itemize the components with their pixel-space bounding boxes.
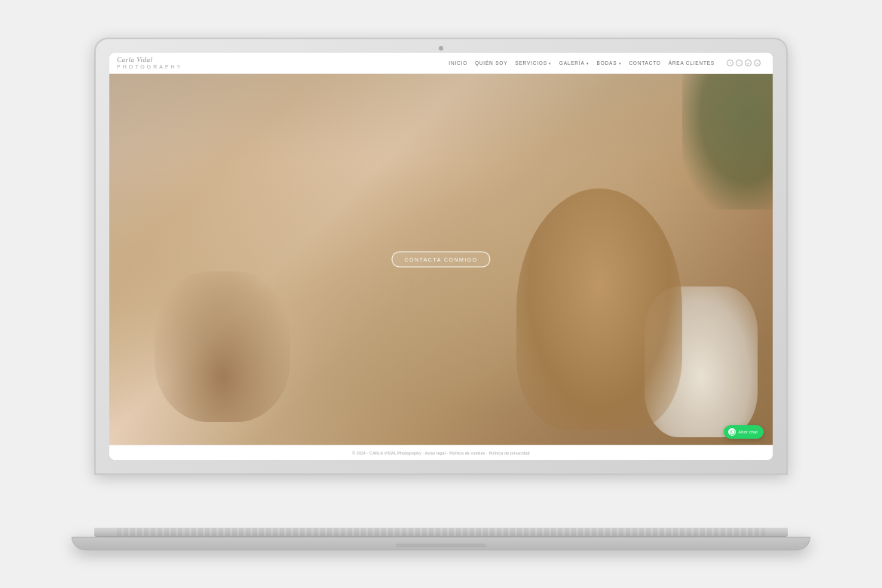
whatsapp-button[interactable]: Abrir chat bbox=[724, 425, 764, 439]
instagram-icon[interactable]: i bbox=[736, 60, 743, 66]
nav-bodas[interactable]: BODAS bbox=[597, 60, 622, 66]
logo-subtitle: PHOTOGRAPHY bbox=[117, 64, 182, 69]
laptop-screen-body: Carla Vidal PHOTOGRAPHY INICIO QUIÉN SOY… bbox=[94, 38, 788, 475]
social-icons: f i p y bbox=[727, 60, 761, 66]
laptop-base bbox=[72, 528, 810, 550]
whatsapp-icon bbox=[728, 428, 736, 436]
toys-area bbox=[155, 271, 290, 422]
nav-quien-soy[interactable]: QUIÉN SOY bbox=[475, 60, 507, 66]
nav-links: INICIO QUIÉN SOY SERVICIOS GALERÍA BODAS… bbox=[449, 60, 761, 66]
background-shelf bbox=[109, 74, 773, 164]
laptop-screen: Carla Vidal PHOTOGRAPHY INICIO QUIÉN SOY… bbox=[109, 53, 773, 460]
nav-galeria[interactable]: GALERÍA bbox=[559, 60, 590, 66]
logo[interactable]: Carla Vidal PHOTOGRAPHY bbox=[117, 57, 182, 69]
christmas-tree bbox=[682, 74, 773, 210]
laptop-container: Carla Vidal PHOTOGRAPHY INICIO QUIÉN SOY… bbox=[64, 38, 818, 550]
nav-inicio[interactable]: INICIO bbox=[449, 60, 467, 66]
facebook-icon[interactable]: f bbox=[727, 60, 733, 66]
keyboard-area bbox=[117, 528, 765, 536]
trackpad bbox=[396, 544, 486, 547]
footer-text: © 2024 · CARLA VIDAL Photography · Aviso… bbox=[352, 451, 530, 455]
laptop-hinge bbox=[94, 528, 788, 537]
hero-section: CONTACTA CONMIGO bbox=[109, 74, 773, 445]
nav-contacto[interactable]: CONTACTO bbox=[629, 60, 660, 66]
laptop-camera bbox=[439, 46, 443, 51]
navbar: Carla Vidal PHOTOGRAPHY INICIO QUIÉN SOY… bbox=[109, 53, 773, 74]
youtube-icon[interactable]: y bbox=[754, 60, 761, 66]
site-footer: © 2024 · CARLA VIDAL Photography · Aviso… bbox=[109, 445, 773, 460]
child-subject bbox=[516, 188, 682, 430]
nav-servicios[interactable]: SERVICIOS bbox=[515, 60, 551, 66]
whatsapp-label: Abrir chat bbox=[738, 430, 758, 434]
pinterest-icon[interactable]: p bbox=[745, 60, 752, 66]
laptop-bottom-plate bbox=[72, 537, 810, 550]
nav-area-clientes[interactable]: ÁREA CLIENTES bbox=[669, 60, 715, 66]
website-content: Carla Vidal PHOTOGRAPHY INICIO QUIÉN SOY… bbox=[109, 53, 773, 460]
logo-name: Carla Vidal bbox=[117, 57, 153, 64]
cta-button[interactable]: CONTACTA CONMIGO bbox=[391, 252, 490, 268]
